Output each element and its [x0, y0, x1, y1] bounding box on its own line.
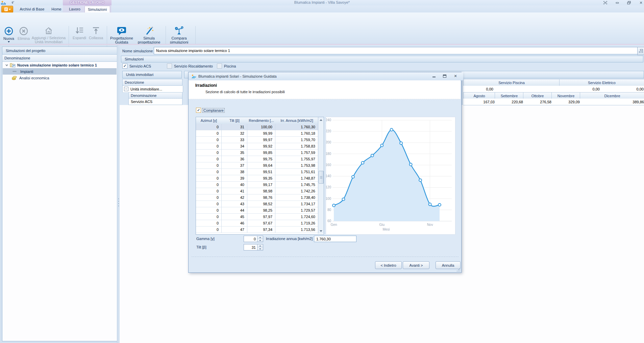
- irradiation-row[interactable]: 03699,751.755,97: [196, 156, 318, 162]
- irradiation-cell: 1.729,57: [275, 207, 318, 214]
- eye-bubble-icon: [117, 26, 127, 35]
- espandi-label: Espandi: [73, 36, 86, 40]
- checkbox-piscina[interactable]: Piscina: [217, 63, 236, 69]
- close-icon[interactable]: ✕: [637, 1, 644, 5]
- tree-item-analisi-economica[interactable]: Analisi economica: [3, 75, 117, 81]
- checkbox-servizio-acs[interactable]: ✓ Servizio ACS: [122, 63, 151, 69]
- dialog-title: Blumatica impianti Solari - Simulazione …: [198, 74, 277, 78]
- tree-item-label: Impianti: [20, 70, 33, 74]
- tab-simulazioni[interactable]: Simulazioni: [84, 6, 110, 13]
- unita-item-row[interactable]: Servizio ACS: [128, 99, 182, 105]
- bg-month-value: 329,09: [551, 99, 583, 105]
- svg-text:180: 180: [326, 152, 331, 156]
- irradiation-cell: 0: [196, 201, 222, 207]
- tilt-spinner[interactable]: 31: [244, 244, 263, 250]
- elimina-label: Elimina: [18, 36, 30, 41]
- tree-expander-icon[interactable]: [5, 64, 8, 66]
- irradiation-cell: 97,97: [247, 214, 275, 220]
- nome-simulazione-input[interactable]: Nuova simulazione impianto solare termic…: [154, 47, 640, 54]
- gamma-spinner[interactable]: 0: [244, 236, 263, 242]
- col-header-irr-annua[interactable]: Irr. Annua [kWh/m2]: [275, 117, 318, 124]
- measure-icon: [639, 49, 643, 53]
- tab-lavoro[interactable]: Lavoro: [65, 6, 84, 12]
- fullscreen-icon[interactable]: [601, 1, 609, 5]
- elimina-button[interactable]: Elimina: [16, 26, 31, 41]
- file-menu-button[interactable]: [1, 6, 13, 13]
- irradiation-cell: 97,67: [247, 220, 275, 227]
- irradiation-row[interactable]: 04597,971.724,60: [196, 214, 318, 220]
- svg-text:60: 60: [327, 219, 331, 223]
- complanare-checkbox[interactable]: ✓ Complanare: [196, 108, 224, 113]
- simula-progettazione-button[interactable]: Simula progettazione: [135, 26, 163, 44]
- irradiation-row[interactable]: 03599,851.757,59: [196, 150, 318, 156]
- scroll-up-icon[interactable]: [318, 117, 323, 123]
- tab-home[interactable]: Home: [48, 6, 65, 12]
- svg-text:Gen: Gen: [331, 223, 337, 227]
- irradiation-row[interactable]: 04099,171.745,75: [196, 182, 318, 188]
- col-header-azimut[interactable]: Azimut [γ]: [196, 117, 222, 124]
- irradiation-row[interactable]: 03299,991.760,18: [196, 130, 318, 137]
- irradiation-row[interactable]: 03399,971.759,70: [196, 137, 318, 143]
- table-scrollbar[interactable]: [318, 117, 324, 234]
- avanti-button[interactable]: Avanti >: [403, 261, 429, 269]
- unita-group-label: Unità immobiliare...: [130, 87, 162, 91]
- dialog-close-icon[interactable]: ✕: [452, 74, 459, 79]
- spinner-buttons[interactable]: [257, 236, 263, 242]
- dialog-restore-icon[interactable]: [441, 74, 448, 79]
- irradiation-row[interactable]: 04298,761.738,40: [196, 194, 318, 201]
- svg-text:200: 200: [326, 140, 331, 144]
- irradiation-cell: 1.742,26: [275, 188, 318, 194]
- tab-archivi-di-base[interactable]: Archivi di Base: [16, 6, 48, 12]
- indietro-button[interactable]: < Indietro: [375, 261, 402, 269]
- restore-icon[interactable]: [625, 1, 633, 5]
- irradiation-row[interactable]: 03899,511.751,61: [196, 169, 318, 175]
- spinner-buttons[interactable]: [257, 244, 263, 250]
- irradiation-cell: 99,97: [247, 137, 275, 143]
- checkbox-servizio-riscaldamento[interactable]: Servizio Riscaldamento: [167, 63, 213, 69]
- irradiation-row[interactable]: 031100,001.760,30: [196, 124, 318, 130]
- irradiation-cell: 0: [196, 188, 222, 194]
- irradiation-cell: 1.724,60: [275, 214, 318, 220]
- progettazione-guidata-button[interactable]: Progettazione Guidata: [109, 26, 134, 44]
- scrollbar-thumb[interactable]: [319, 171, 324, 184]
- progettazione-guidata-label: Progettazione Guidata: [109, 36, 134, 44]
- tree-item-impianti[interactable]: Impianti: [3, 68, 117, 75]
- aggiungi-seleziona-button[interactable]: Aggiungi / Seleziona Unità Immobiliari: [31, 26, 66, 44]
- col-header-tilt[interactable]: Tilt [β]: [222, 117, 248, 124]
- nuova-button[interactable]: Nuova: [2, 26, 16, 43]
- dialog-title-bar[interactable]: Blumatica impianti Solari - Simulazione …: [189, 72, 463, 81]
- tilt-value: 31: [244, 244, 257, 250]
- irradiation-cell: 44: [222, 207, 247, 214]
- irradiation-cell: 0: [196, 194, 222, 201]
- irradiation-cell: 0: [196, 150, 222, 156]
- scroll-down-icon[interactable]: [318, 228, 323, 234]
- dialog-resize-grip[interactable]: [457, 268, 460, 271]
- irradiation-row[interactable]: 04797,341.713,56: [196, 227, 318, 233]
- irradiation-cell: 0: [196, 175, 222, 182]
- col-header-rendimento[interactable]: Rendimento [...: [247, 117, 276, 124]
- irradiation-row[interactable]: 04398,521.734,17: [196, 201, 318, 207]
- svg-text:Giu: Giu: [379, 223, 385, 227]
- project-simulations-panel: Simulazioni del progetto Denominazione N…: [2, 47, 118, 341]
- nome-simulazione-label: Nome simulazione: [122, 47, 153, 55]
- irradiation-row[interactable]: 04498,251.729,57: [196, 207, 318, 214]
- irradiation-row[interactable]: 04198,981.742,26: [196, 188, 318, 194]
- collapse-box-icon[interactable]: −: [124, 87, 128, 91]
- irradiation-cell: 0: [196, 182, 222, 188]
- dialog-heading: Irradiazioni: [195, 83, 217, 88]
- espandi-button[interactable]: Espandi: [72, 26, 87, 40]
- tree-item-simulation-root[interactable]: Nuova simulazione impianto solare termic…: [3, 62, 117, 68]
- field-side-button[interactable]: [637, 47, 644, 55]
- irradiation-cell: 47: [222, 227, 247, 233]
- irradiation-row[interactable]: 03799,641.753,98: [196, 162, 318, 169]
- collassa-button[interactable]: Collassa: [88, 26, 104, 40]
- minimize-icon[interactable]: [614, 1, 621, 5]
- compara-simulazioni-button[interactable]: AB Compara simulazioni: [167, 26, 191, 44]
- irradiation-row[interactable]: 04697,671.719,26: [196, 220, 318, 227]
- dialog-minimize-icon[interactable]: [430, 74, 438, 79]
- irradiation-cell: 1.719,26: [275, 220, 318, 227]
- irradiation-row[interactable]: 03999,351.748,87: [196, 175, 318, 182]
- unita-group-row[interactable]: − Unità immobiliare...: [122, 86, 183, 93]
- irradiation-cell: 38: [222, 169, 247, 175]
- irradiation-row[interactable]: 03499,921.758,83: [196, 143, 318, 150]
